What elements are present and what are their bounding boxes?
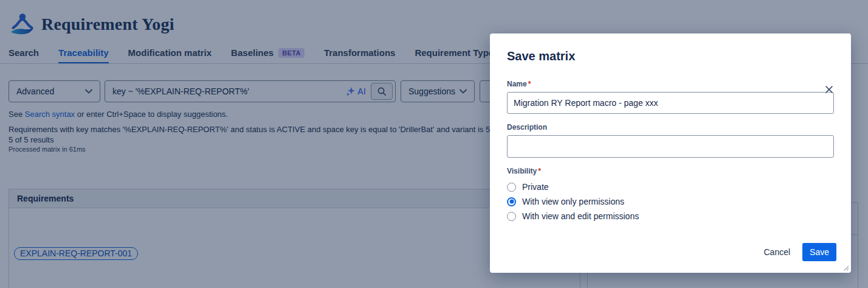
save-button[interactable]: Save bbox=[802, 243, 836, 261]
name-label: Name* bbox=[507, 80, 834, 88]
close-button[interactable] bbox=[821, 81, 838, 98]
required-marker: * bbox=[528, 80, 531, 88]
resize-grip-icon[interactable] bbox=[843, 265, 849, 271]
description-field[interactable] bbox=[507, 135, 834, 158]
dialog-footer: Cancel Save bbox=[756, 243, 836, 261]
close-icon bbox=[824, 85, 834, 94]
description-label: Description bbox=[507, 123, 834, 132]
radio-view-edit[interactable]: With view and edit permissions bbox=[507, 209, 834, 223]
name-field[interactable] bbox=[507, 92, 834, 114]
save-matrix-dialog: Save matrix Name* Description Visibility… bbox=[490, 33, 851, 273]
visibility-label: Visibility* bbox=[507, 167, 834, 175]
radio-button[interactable] bbox=[507, 212, 516, 221]
visibility-options: Private With view only permissions With … bbox=[507, 180, 834, 223]
radio-view-only[interactable]: With view only permissions bbox=[507, 194, 834, 209]
dialog-title: Save matrix bbox=[507, 49, 834, 63]
radio-private[interactable]: Private bbox=[507, 180, 834, 194]
required-marker: * bbox=[538, 167, 541, 175]
radio-button[interactable] bbox=[507, 183, 516, 192]
radio-button[interactable] bbox=[507, 197, 516, 206]
cancel-button[interactable]: Cancel bbox=[756, 243, 797, 261]
